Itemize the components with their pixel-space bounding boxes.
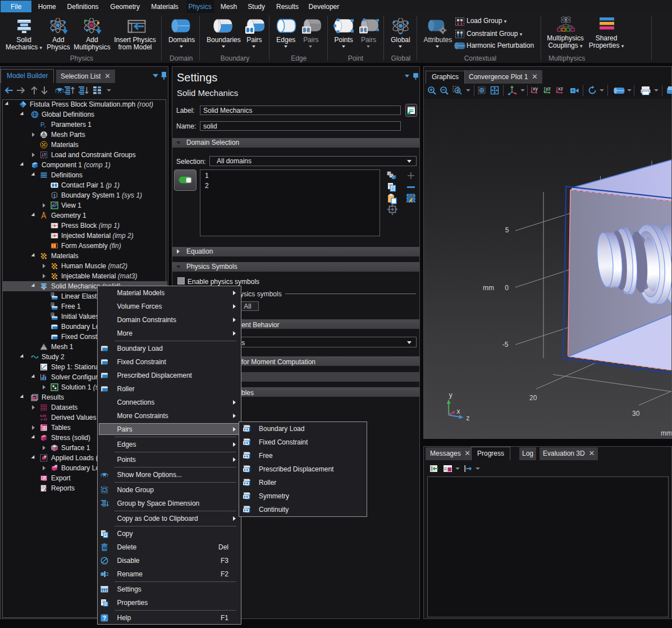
svg-text:z: z [466,414,469,422]
svg-text:xz: xz [558,86,564,91]
svg-text:y: y [449,391,452,399]
svg-text:-5: -5 [502,341,509,349]
svg-text:mm: mm [661,429,671,437]
svg-text:?: ? [103,615,106,621]
svg-text:20: 20 [529,394,537,402]
svg-text:30: 30 [632,410,640,418]
svg-text:0: 0 [505,284,509,292]
svg-text:xy: xy [533,86,538,91]
svg-text:x: x [457,407,460,415]
svg-text:yz: yz [546,86,551,91]
svg-text:mm: mm [483,284,494,292]
svg-text:5: 5 [505,226,509,234]
